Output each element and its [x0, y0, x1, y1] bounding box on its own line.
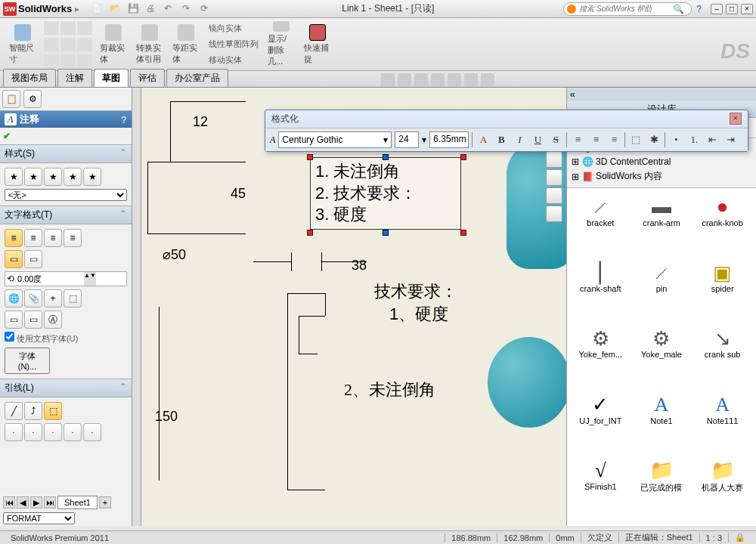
tp-icon2[interactable] [546, 169, 562, 186]
symbol-button[interactable]: ✱ [646, 132, 662, 147]
tp-icon1[interactable] [546, 151, 562, 168]
lib-item[interactable]: ⟋bracket [572, 193, 630, 255]
align-left-button[interactable]: ≡ [5, 229, 23, 247]
strike-button[interactable]: S [548, 132, 563, 147]
align-r-button[interactable]: ≡ [606, 132, 621, 147]
offset-button[interactable]: 等距实体 [168, 20, 204, 69]
sheet-tab-1[interactable]: Sheet1 [57, 496, 98, 509]
lib-item[interactable]: ⎮crank-shaft [572, 258, 630, 321]
annot-line3[interactable]: 3. 硬度 [315, 204, 456, 226]
modify-group[interactable]: 镜向实体 线性草图阵列 移动实体 [204, 20, 263, 69]
print-icon[interactable]: 🖨 [146, 3, 158, 15]
angle-input[interactable]: ⟲ ▲▼ [5, 271, 127, 286]
tab-3[interactable]: 评估 [130, 69, 165, 87]
sheet-first[interactable]: ⏮ [3, 496, 15, 508]
lib-item[interactable]: ⚙Yoke_male [633, 324, 691, 387]
help-icon[interactable]: ? [696, 4, 702, 14]
tree-item[interactable]: ⊞📕SolidWorks 内容 [572, 168, 751, 184]
sheet-next[interactable]: ▶ [30, 496, 42, 508]
lib-item[interactable]: √SFinish1 [572, 456, 630, 521]
dim-38[interactable]: 38 [352, 258, 367, 274]
insert-row[interactable]: 🌐📎+⬚ [5, 289, 127, 308]
lib-item[interactable]: ⟋pin [633, 258, 691, 321]
dim-input[interactable]: 6.35mm [429, 131, 469, 148]
leader-style-row[interactable]: ╱⤴⬚ [5, 402, 127, 420]
lib-item[interactable]: ▬crank-arm [633, 193, 691, 255]
underline-button[interactable]: U [530, 132, 545, 147]
dim-12[interactable]: 12 [193, 114, 208, 130]
lib-item[interactable]: ●crank-knob [693, 193, 751, 255]
bold-button[interactable]: B [494, 132, 509, 147]
valign2-button[interactable]: ▭ [24, 250, 42, 268]
tp-icon3[interactable] [546, 187, 562, 204]
lib-item[interactable]: 📁机器人大赛 [693, 456, 751, 521]
sheet-tabs[interactable]: ⏮ ◀ ▶ ⏭ Sheet1 + [3, 495, 111, 510]
restore-button[interactable]: □ [726, 4, 738, 14]
lib-item[interactable]: ↘crank sub [693, 324, 751, 387]
filter-bar[interactable]: FORMAT [3, 512, 75, 524]
annotation-3[interactable]: 2、未注倒角 [344, 379, 435, 401]
sheet-add[interactable]: + [99, 496, 111, 508]
undo-icon[interactable]: ↶ [164, 3, 176, 15]
quick-snap-button[interactable]: 快速捕捉 [299, 20, 336, 69]
lib-item[interactable]: ANote1 [633, 391, 691, 453]
rebuild-icon[interactable]: ⟳ [200, 3, 212, 15]
style-select[interactable]: <无> [5, 189, 127, 201]
indent-l-button[interactable]: ⇤ [705, 132, 720, 147]
show-delete-button[interactable]: 显示/删除几... [263, 20, 299, 69]
dim-50[interactable]: ⌀50 [163, 246, 186, 263]
number-button[interactable]: 1. [686, 132, 702, 147]
convert-button[interactable]: 转换实体引用 [132, 20, 168, 69]
color-button[interactable]: A [476, 132, 491, 147]
format-toolbar[interactable]: 格式化× A Century Gothic▾ 24▾ 6.35mm A B I … [265, 110, 748, 152]
align-justify-button[interactable]: ≡ [64, 229, 82, 247]
trim-button[interactable]: 剪裁实体 [95, 20, 132, 69]
tab-4[interactable]: 办公室产品 [166, 69, 228, 87]
annot-line1[interactable]: 1. 未注倒角 [315, 161, 456, 183]
magnifier-icon[interactable]: 🔍 [673, 4, 684, 14]
italic-button[interactable]: I [512, 132, 527, 147]
align-center-button[interactable]: ≡ [24, 229, 42, 247]
format-close-button[interactable]: × [730, 113, 742, 125]
lib-item[interactable]: ANote111 [693, 391, 751, 453]
open-icon[interactable]: 📂 [110, 3, 122, 15]
ok-button[interactable]: ✔ [3, 131, 11, 141]
stack-button[interactable]: ⬚ [628, 132, 643, 147]
new-icon[interactable]: 📄 [91, 3, 104, 15]
align-right-button[interactable]: ≡ [44, 229, 62, 247]
tab-0[interactable]: 视图布局 [3, 69, 56, 87]
annotation-editing[interactable]: 1. 未注倒角 2. 技术要求： 3. 硬度 [310, 157, 461, 230]
dim-45[interactable]: 45 [231, 186, 246, 202]
lib-item[interactable]: ✓UJ_for_INT [572, 391, 630, 453]
save-icon[interactable]: 💾 [128, 3, 140, 15]
pm-help-icon[interactable]: ? [121, 114, 127, 125]
lib-item[interactable]: 📁已完成的模 [633, 456, 691, 521]
leader-section-header[interactable]: 引线(L)⌃ [0, 379, 132, 397]
lib-item[interactable]: ⚙Yoke_fem... [572, 324, 630, 387]
annot-line2[interactable]: 2. 技术要求： [315, 183, 456, 205]
dropdown-icon[interactable]: ▸ [75, 4, 79, 14]
font-button[interactable]: 字体(N)... [5, 348, 50, 374]
bullet-button[interactable]: • [668, 132, 683, 147]
help-search[interactable]: 🔍 [563, 2, 692, 16]
task-pane-tabs[interactable] [546, 151, 564, 222]
smart-dimension-button[interactable]: 智能尺寸 [5, 20, 41, 69]
align-c-button[interactable]: ≡ [588, 132, 603, 147]
textfmt-section-header[interactable]: 文字格式(T)⌃ [0, 206, 132, 224]
sheet-last[interactable]: ⏭ [44, 496, 56, 508]
config-icon[interactable]: ⚙ [23, 90, 42, 108]
lib-item[interactable]: ▣spider [693, 258, 751, 321]
status-lock-icon[interactable]: 🔒 [728, 533, 751, 542]
annotation-2[interactable]: 技术要求： 1、硬度 [374, 280, 457, 326]
library-grid[interactable]: ⟋bracket▬crank-arm●crank-knob⎮crank-shaf… [567, 188, 756, 526]
sketch-tools[interactable] [41, 20, 95, 69]
tp-icon4[interactable] [546, 206, 562, 222]
align-row[interactable]: ≡ ≡ ≡ ≡ [5, 229, 127, 247]
tree-item[interactable]: ⊞🌐3D ContentCentral [572, 155, 751, 168]
minimize-button[interactable]: – [711, 4, 723, 14]
drawing-canvas[interactable]: 12 45 ⌀50 38 150 1. 未注倒角 2. 技术要求： 3. 硬度 [132, 88, 567, 526]
collapse-icon[interactable]: « [567, 88, 756, 101]
font-dropdown[interactable]: Century Gothic▾ [278, 131, 392, 148]
align-l-button[interactable]: ≡ [570, 132, 585, 147]
view-toolbar[interactable] [381, 73, 494, 87]
